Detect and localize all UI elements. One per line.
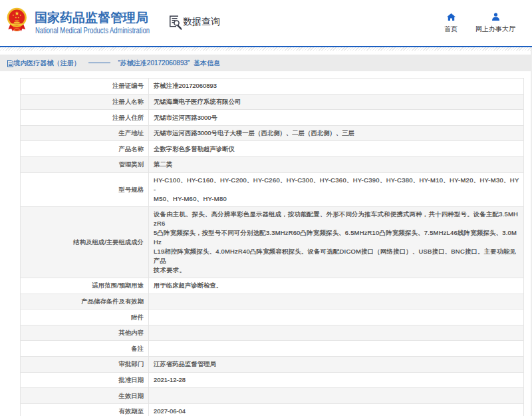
svg-text:National Medical Products Admi: National Medical Products Administration [35, 26, 150, 35]
